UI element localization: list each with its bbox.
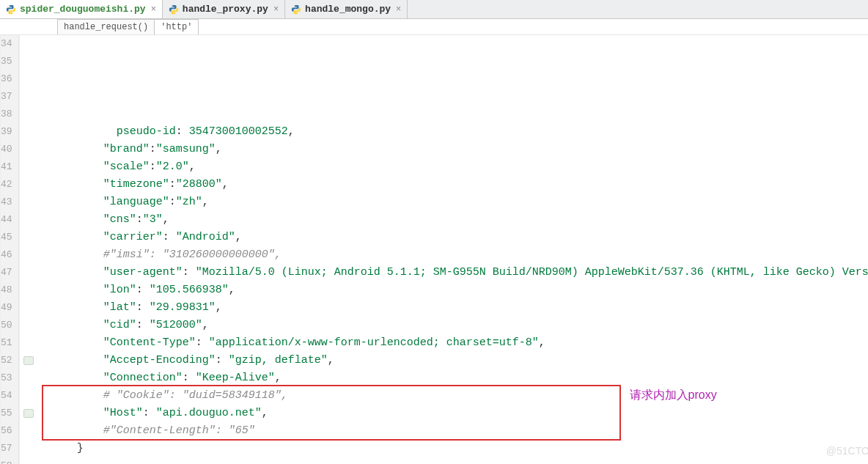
breadcrumb-scope[interactable]: handle_request() (57, 19, 155, 34)
svg-point-5 (298, 12, 298, 12)
editor-tabs: spider_douguomeishi.py × handle_proxy.py… (0, 0, 868, 19)
python-file-icon (6, 4, 16, 15)
close-icon[interactable]: × (272, 4, 280, 15)
tab-label: spider_douguomeishi.py (20, 4, 146, 15)
code-line[interactable]: "Connection": "Keep-Alive", (24, 369, 868, 387)
tab-label: handle_proxy.py (183, 4, 268, 15)
annotation-text: 请求内加入proxy (630, 386, 717, 404)
code-line[interactable]: #"Content-Length": "65" (24, 422, 868, 440)
code-editor[interactable]: 34 35 36 37 38 39 40 41 42 43 44 45 46 4… (0, 35, 868, 464)
file-tab[interactable]: handle_proxy.py × (163, 0, 285, 18)
code-line[interactable]: "carrier": "Android", (24, 229, 868, 246)
tab-label: handle_mongo.py (305, 4, 391, 15)
code-line[interactable]: "timezone":"28800", (24, 176, 868, 194)
breadcrumb: handle_request() 'http' (0, 19, 868, 35)
watermark: @51CTO博客 (826, 442, 868, 460)
code-line[interactable]: "brand":"samsung", (24, 141, 868, 158)
code-line[interactable] (24, 457, 868, 464)
close-icon[interactable]: × (394, 4, 402, 15)
code-line[interactable]: "lon": "105.566938", (24, 281, 868, 299)
file-tab[interactable]: handle_mongo.py × (285, 0, 408, 18)
code-line[interactable]: "lat": "29.99831", (24, 299, 868, 317)
code-line[interactable]: "language":"zh", (24, 194, 868, 211)
code-line[interactable]: # "Cookie": "duid=58349118", (24, 387, 868, 405)
code-area[interactable]: 请求内加入proxy @51CTO博客 pseudo-id: 354730010… (20, 35, 868, 464)
code-line[interactable]: pseudo-id: 354730010002552, (24, 123, 868, 141)
code-line[interactable]: "scale":"2.0", (24, 158, 868, 176)
code-line[interactable]: "Content-Type": "application/x-www-form-… (24, 334, 868, 352)
code-line[interactable]: "cid": "512000", (24, 317, 868, 334)
code-line[interactable]: } (24, 440, 868, 457)
svg-point-3 (174, 12, 175, 12)
line-gutter: 34 35 36 37 38 39 40 41 42 43 44 45 46 4… (1, 35, 19, 464)
svg-point-4 (294, 5, 295, 6)
code-line[interactable]: #"imsi": "310260000000000", (24, 246, 868, 264)
breadcrumb-token[interactable]: 'http' (154, 19, 199, 34)
svg-point-1 (12, 12, 13, 12)
code-line[interactable]: "Accept-Encoding": "gzip, deflate", (24, 352, 868, 369)
code-line[interactable]: "cns":"3", (24, 211, 868, 229)
file-tab[interactable]: spider_douguomeishi.py × (0, 0, 163, 18)
svg-point-0 (9, 5, 10, 6)
python-file-icon (291, 4, 301, 15)
python-file-icon (169, 4, 179, 15)
svg-point-2 (172, 5, 172, 6)
code-line[interactable]: "user-agent": "Mozilla/5.0 (Linux; Andro… (24, 264, 868, 281)
close-icon[interactable]: × (150, 4, 158, 15)
code-line[interactable]: "Host": "api.douguo.net", (24, 405, 868, 422)
